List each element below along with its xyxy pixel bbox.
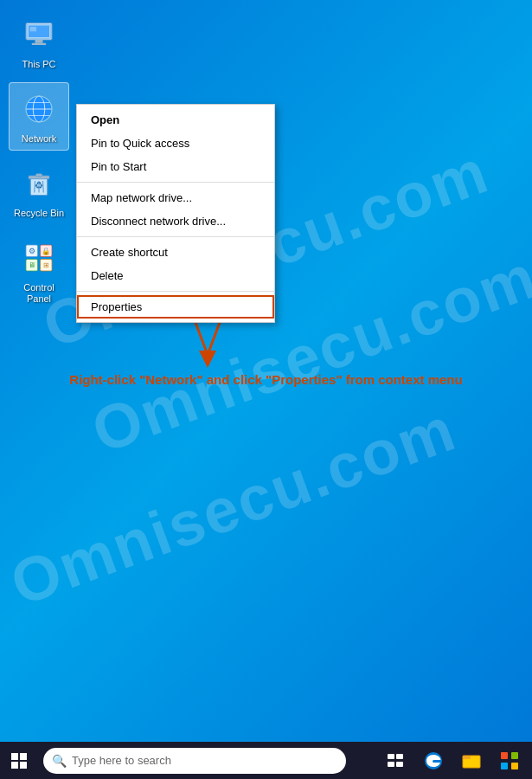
separator-1 (77, 182, 274, 183)
instruction-text: Right-click "Network" and click "Propert… (9, 372, 523, 387)
watermark-text-3: Omnisecu.com (2, 392, 465, 619)
svg-rect-46 (511, 763, 518, 769)
context-menu-item-properties[interactable]: Properties (77, 295, 274, 319)
this-pc-label: This PC (22, 59, 55, 70)
context-menu-item-open[interactable]: Open (77, 108, 274, 132)
svg-rect-45 (501, 763, 508, 769)
svg-rect-33 (11, 762, 18, 769)
svg-rect-6 (30, 27, 37, 31)
task-view-button[interactable] (378, 742, 413, 779)
recycle-bin-label: Recycle Bin (14, 208, 64, 219)
separator-2 (77, 236, 274, 237)
svg-text:🔒: 🔒 (42, 246, 51, 255)
svg-rect-34 (20, 762, 27, 769)
svg-rect-35 (388, 754, 394, 759)
recycle-bin-icon: ♻ (18, 163, 60, 204)
search-box[interactable]: 🔍 Type here to search (43, 748, 346, 774)
edge-button[interactable] (416, 742, 451, 779)
network-icon (18, 88, 60, 130)
separator-3 (77, 291, 274, 292)
desktop-icon-this-pc[interactable]: This PC (9, 9, 69, 75)
svg-rect-3 (32, 43, 47, 45)
context-menu-item-pin-start[interactable]: Pin to Start (77, 155, 274, 178)
svg-rect-44 (511, 752, 518, 759)
context-menu-item-map-network[interactable]: Map network drive... (77, 186, 274, 209)
svg-text:⊞: ⊞ (43, 261, 49, 269)
context-menu: Open Pin to Quick access Pin to Start Ma… (76, 104, 275, 323)
desktop-icons-container: This PC Network (9, 9, 69, 310)
search-placeholder: Type here to search (72, 754, 171, 767)
desktop-icon-network[interactable]: Network (9, 82, 69, 151)
desktop-icon-control-panel[interactable]: ⚙ 🔒 🖥 ⊞ Control Panel (9, 232, 69, 310)
desktop: Omnisecu.com Omnisecu.com Omnisecu.com T… (0, 0, 532, 742)
svg-rect-31 (11, 753, 18, 760)
svg-text:⚙: ⚙ (29, 246, 35, 254)
svg-rect-36 (396, 754, 403, 759)
svg-rect-43 (501, 752, 508, 759)
svg-rect-41 (463, 756, 471, 759)
svg-rect-15 (35, 174, 42, 177)
file-explorer-button[interactable] (454, 742, 489, 779)
svg-rect-38 (396, 762, 403, 767)
context-menu-item-pin-quick[interactable]: Pin to Quick access (77, 132, 274, 155)
this-pc-icon (18, 14, 60, 55)
taskbar: 🔍 Type here to search (0, 742, 532, 779)
taskbar-right-icons (378, 742, 532, 779)
context-menu-item-disconnect[interactable]: Disconnect network drive... (77, 209, 274, 233)
context-menu-item-delete[interactable]: Delete (77, 264, 274, 287)
control-panel-label: Control Panel (12, 282, 66, 305)
desktop-icon-recycle-bin[interactable]: ♻ Recycle Bin (9, 158, 69, 224)
store-button[interactable] (492, 742, 527, 779)
network-label: Network (22, 133, 56, 145)
svg-text:♻: ♻ (35, 180, 43, 190)
svg-text:🖥: 🖥 (29, 261, 35, 269)
control-panel-icon: ⚙ 🔒 🖥 ⊞ (18, 237, 60, 279)
svg-rect-32 (20, 753, 27, 760)
context-menu-item-create-shortcut[interactable]: Create shortcut (77, 241, 274, 264)
search-icon: 🔍 (52, 754, 67, 768)
start-button[interactable] (0, 742, 38, 779)
svg-marker-30 (199, 351, 216, 368)
svg-rect-37 (388, 762, 394, 767)
svg-rect-2 (35, 40, 43, 43)
